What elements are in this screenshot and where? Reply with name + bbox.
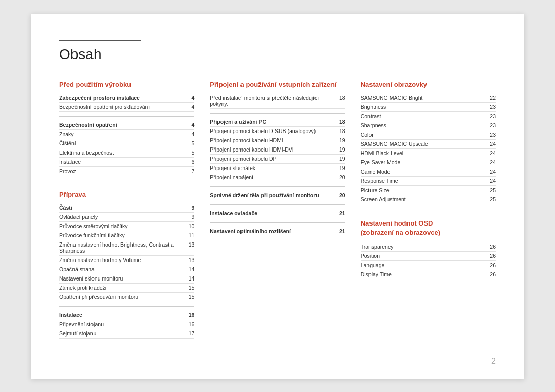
- toc-item: Position 26: [361, 252, 496, 261]
- toc-item: Připojení a užívání PC 18: [210, 118, 345, 127]
- title-area: Obsah: [59, 40, 141, 63]
- section-priprava: Příprava Části 9 Ovládací panely 9 Průvo…: [59, 191, 194, 339]
- toc-item: Nastavení optimálního rozlišení 21: [210, 227, 345, 236]
- divider: [210, 113, 345, 114]
- toc-item: Připojení sluchátek 19: [210, 164, 345, 173]
- toc-item: Transparency 26: [361, 242, 496, 252]
- section-title-pred: Před použitím výrobku: [59, 81, 194, 88]
- toc-item: Připojení pomocí kabelu HDMI-DVI 19: [210, 145, 345, 155]
- toc-item: Eye Saver Mode 24: [361, 158, 496, 167]
- toc-item: Znaky 4: [59, 130, 194, 139]
- toc-item: Color 23: [361, 130, 496, 140]
- toc-item: Sejmutí stojanu 17: [59, 329, 194, 339]
- toc-item: Nastavení sklonu monitoru 14: [59, 274, 194, 284]
- toc-item: Bezpečnostní opatření pro skladování 4: [59, 103, 194, 112]
- toc-item: Změna nastavení hodnoty Volume 13: [59, 256, 194, 265]
- section-pripojeni: Připojení a používání vstupních zařízení…: [210, 81, 345, 236]
- toc-item: Picture Size 25: [361, 186, 496, 195]
- document-page: Obsah Před použitím výrobku Zabezpečení …: [31, 14, 524, 379]
- toc-item: Contrast 23: [361, 112, 496, 121]
- divider: [210, 204, 345, 205]
- toc-item: Instalace 6: [59, 158, 194, 167]
- toc-item: Opatření při přesouvání monitoru 15: [59, 293, 194, 302]
- page-title: Obsah: [59, 46, 141, 63]
- toc-item: Sharpness 23: [361, 121, 496, 130]
- section-title-pripojeni: Připojení a používání vstupních zařízení: [210, 81, 345, 88]
- section-pred-pouzitim: Před použitím výrobku Zabezpečení prosto…: [59, 81, 194, 176]
- toc-item: HDMI Black Level 24: [361, 149, 496, 158]
- toc-item: Průvodce směrovými tlačítky 10: [59, 222, 194, 231]
- divider: [59, 116, 194, 117]
- col3: Nastavení obrazovky SAMSUNG MAGIC Bright…: [361, 81, 496, 353]
- toc-item: Response Time 24: [361, 177, 496, 186]
- toc-item: Opačná strana 14: [59, 265, 194, 274]
- toc-item: Provoz 7: [59, 167, 194, 176]
- section-nastaveni-obrazovky: Nastavení obrazovky SAMSUNG MAGIC Bright…: [361, 81, 496, 204]
- divider: [210, 186, 345, 187]
- toc-item: Průvodce funkčními tlačítky 11: [59, 231, 194, 240]
- toc-item: SAMSUNG MAGIC Upscale 24: [361, 140, 496, 149]
- toc-item: Game Mode 24: [361, 167, 496, 177]
- section-title-obrazovka: Nastavení obrazovky: [361, 81, 496, 88]
- section-nastaveni-osd: Nastavení hodnot OSD(zobrazení na obrazo…: [361, 219, 496, 279]
- divider: [210, 222, 345, 223]
- toc-item: Změna nastavení hodnot Brightness, Contr…: [59, 240, 194, 256]
- toc-item: SAMSUNG MAGIC Bright 22: [361, 94, 496, 103]
- section-title-priprava: Příprava: [59, 191, 194, 198]
- section-title-osd: Nastavení hodnot OSD(zobrazení na obrazo…: [361, 219, 496, 237]
- toc-item: Screen Adjustment 25: [361, 195, 496, 204]
- toc-item: Připojení pomocí kabelu DP 19: [210, 155, 345, 164]
- toc-item: Instalace 16: [59, 311, 194, 320]
- divider: [59, 306, 194, 307]
- toc-item: Správné držení těla při používání monito…: [210, 191, 345, 200]
- toc-item: Připojení pomocí kabelu D-SUB (analogový…: [210, 127, 345, 136]
- col1: Před použitím výrobku Zabezpečení prosto…: [59, 81, 210, 353]
- toc-item: Části 9: [59, 203, 194, 213]
- toc-intro: Před instalací monitoru si přečtěte násl…: [210, 94, 345, 109]
- toc-item: Instalace ovladače 21: [210, 209, 345, 218]
- col2: Připojení a používání vstupních zařízení…: [210, 81, 360, 353]
- toc-item: Připojení napájení 20: [210, 173, 345, 182]
- page-number: 2: [491, 357, 496, 366]
- toc-item: Připojení pomocí kabelu HDMI 19: [210, 136, 345, 145]
- toc-item: Ovládací panely 9: [59, 213, 194, 222]
- toc-item: Zabezpečení prostoru instalace 4: [59, 94, 194, 103]
- toc-item: Čištění 5: [59, 139, 194, 148]
- columns-container: Před použitím výrobku Zabezpečení prosto…: [59, 81, 496, 353]
- toc-item: Language 26: [361, 261, 496, 270]
- toc-item: Display Time 26: [361, 270, 496, 279]
- toc-item: Připevnění stojanu 16: [59, 320, 194, 329]
- toc-item: Brightness 23: [361, 103, 496, 112]
- toc-item: Zámek proti krádeži 15: [59, 284, 194, 293]
- toc-item: Elektřina a bezpečnost 5: [59, 148, 194, 158]
- toc-item: Bezpečnostní opatření 4: [59, 121, 194, 130]
